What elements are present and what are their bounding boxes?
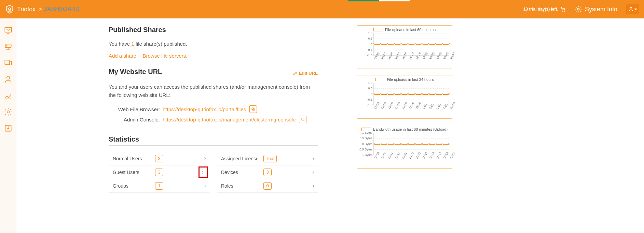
system-info-label: System Info bbox=[585, 6, 617, 13]
breadcrumb-separator: > bbox=[38, 6, 42, 13]
svg-point-3 bbox=[577, 8, 579, 10]
svg-point-2 bbox=[564, 11, 565, 11]
breadcrumb-current[interactable]: DASHBOARD bbox=[43, 6, 80, 12]
system-info-link[interactable]: System Info bbox=[575, 5, 617, 13]
trial-progress bbox=[348, 0, 410, 1]
svg-point-4 bbox=[630, 8, 632, 9]
brand-name[interactable]: Triofox bbox=[17, 6, 36, 13]
top-right: 13 trial day(s) left. System Info bbox=[523, 0, 644, 18]
chevron-down-icon bbox=[634, 9, 637, 10]
gear-icon bbox=[575, 5, 582, 13]
user-menu[interactable] bbox=[626, 4, 639, 14]
top-bar: Triofox > DASHBOARD 13 trial day(s) left… bbox=[0, 0, 644, 18]
trial-info[interactable]: 13 trial day(s) left. bbox=[523, 6, 566, 12]
trial-text: 13 trial day(s) left. bbox=[523, 7, 558, 12]
cart-icon[interactable] bbox=[560, 6, 566, 12]
svg-point-1 bbox=[562, 11, 563, 11]
brand-logo-icon bbox=[5, 4, 14, 14]
